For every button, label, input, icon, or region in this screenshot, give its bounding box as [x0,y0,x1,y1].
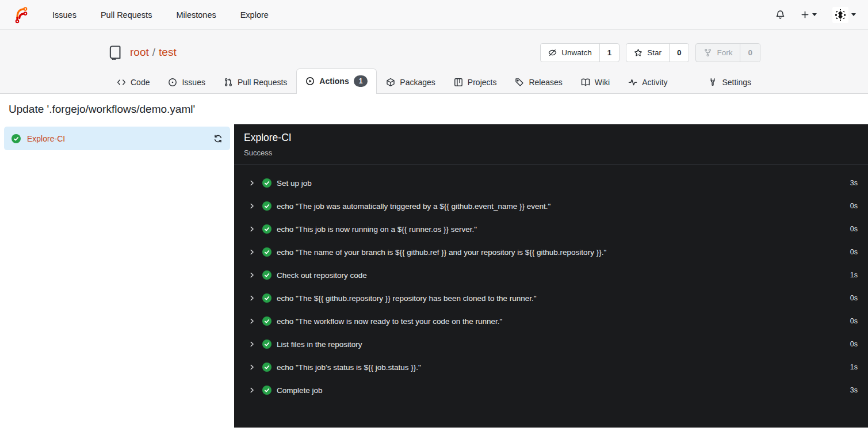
step-duration: 0s [850,317,858,325]
fork-button: Fork [696,44,740,62]
tab-wiki[interactable]: Wiki [572,71,619,94]
forks-count: 0 [740,44,760,62]
chevron-right-icon [248,249,255,255]
step-row[interactable]: Complete job 3s [234,379,868,402]
step-name: echo "This job is now running on a ${{ r… [277,225,477,234]
run-header: Explore-CI Success [234,124,868,165]
sidebar-job-explore-ci[interactable]: Explore-CI [4,127,230,150]
star-button[interactable]: Star [626,44,670,62]
success-check-icon [262,363,272,372]
play-circle-icon [305,77,315,86]
tab-pull-requests[interactable]: Pull Requests [215,71,296,94]
tag-icon [515,78,524,87]
actions-count-badge: 1 [354,75,368,87]
step-duration: 0s [850,294,858,302]
success-check-icon [262,224,272,234]
repo-header: root / test Unwatch 1 [0,30,868,94]
star-button-group: Star 0 [626,43,689,62]
repo-name-link[interactable]: test [159,46,177,59]
success-check-icon [262,201,272,211]
repo-owner-link[interactable]: root [130,46,149,59]
repo-book-icon [108,45,123,60]
nav-links: Issues Pull Requests Milestones Explore [52,10,269,20]
nav-link-issues[interactable]: Issues [52,10,77,20]
tab-releases[interactable]: Releases [506,71,571,94]
wrench-icon [708,78,717,87]
workflow-run-view: Explore-CI Explore-CI Success Set up job [0,124,868,428]
repo-breadcrumb: root / test [130,46,177,59]
step-duration: 0s [850,225,858,233]
step-duration: 3s [850,386,858,394]
step-name: Check out repository code [277,271,367,280]
nav-link-pull-requests[interactable]: Pull Requests [101,10,152,20]
step-name: echo "The name of your branch is ${{ git… [277,248,606,257]
success-check-icon [262,386,272,395]
tab-code[interactable]: Code [108,71,159,94]
chevron-right-icon [248,387,255,394]
run-job-title: Explore-CI [244,132,858,144]
code-icon [117,78,126,87]
repo-tabs: Code Issues Pull Requests [108,68,760,93]
step-row[interactable]: echo "The name of your branch is ${{ git… [234,241,868,264]
success-check-icon [262,293,272,303]
issue-icon [168,78,177,87]
step-row[interactable]: echo "The workflow is now ready to test … [234,310,868,333]
eye-slash-icon [548,48,557,57]
step-name: echo "The workflow is now ready to test … [277,317,502,326]
step-row[interactable]: Check out repository code 1s [234,264,868,287]
success-check-icon [262,247,272,257]
chevron-right-icon [248,203,255,209]
fork-button-group: Fork 0 [695,43,760,62]
book-open-icon [581,78,590,87]
step-row[interactable]: echo "The ${{ github.repository }} repos… [234,287,868,310]
notifications-bell-icon[interactable] [775,10,785,20]
package-icon [386,78,395,87]
step-name: echo "The job was automatically triggere… [277,202,550,211]
step-duration: 0s [850,202,858,210]
chevron-right-icon [248,272,255,279]
chevron-right-icon [248,341,255,348]
step-row[interactable]: Set up job 3s [234,171,868,194]
tab-actions[interactable]: Actions 1 [296,68,377,94]
step-row[interactable]: echo "The job was automatically triggere… [234,194,868,218]
create-new-button[interactable] [801,10,817,19]
tab-activity[interactable]: Activity [619,71,676,94]
pull-request-icon [224,78,233,87]
success-check-icon [262,178,272,188]
step-duration: 1s [850,271,858,279]
user-avatar-menu[interactable] [832,7,856,23]
navbar-right [775,7,856,23]
success-check-icon [262,270,272,280]
pulse-icon [628,78,637,87]
chevron-down-icon [851,13,856,16]
jobs-sidebar: Explore-CI [0,124,234,428]
step-name: Complete job [277,386,323,395]
step-duration: 0s [850,340,858,348]
step-name: List files in the repository [277,340,362,349]
chevron-down-icon [812,13,817,16]
chevron-right-icon [248,364,255,371]
rerun-refresh-icon[interactable] [213,134,223,143]
step-row[interactable]: echo "This job's status is ${{ job.statu… [234,356,868,379]
tab-packages[interactable]: Packages [377,71,444,94]
unwatch-button[interactable]: Unwatch [541,44,600,62]
forgejo-logo-icon[interactable] [12,6,29,24]
step-row[interactable]: echo "This job is now running on a ${{ r… [234,218,868,241]
chevron-right-icon [248,180,255,186]
tab-settings[interactable]: Settings [699,71,760,94]
tab-issues[interactable]: Issues [159,71,214,94]
stars-count[interactable]: 0 [670,44,689,62]
nav-link-milestones[interactable]: Milestones [176,10,216,20]
step-name: Set up job [277,179,312,188]
chevron-right-icon [248,226,255,232]
top-navbar: Issues Pull Requests Milestones Explore [0,0,868,30]
star-icon [634,48,643,57]
step-row[interactable]: List files in the repository 0s [234,333,868,356]
step-duration: 3s [850,179,858,187]
step-duration: 1s [850,363,858,371]
project-icon [454,78,463,87]
nav-link-explore[interactable]: Explore [240,10,269,20]
tab-projects[interactable]: Projects [445,71,506,94]
watch-button-group: Unwatch 1 [540,43,620,62]
watchers-count[interactable]: 1 [600,44,620,62]
